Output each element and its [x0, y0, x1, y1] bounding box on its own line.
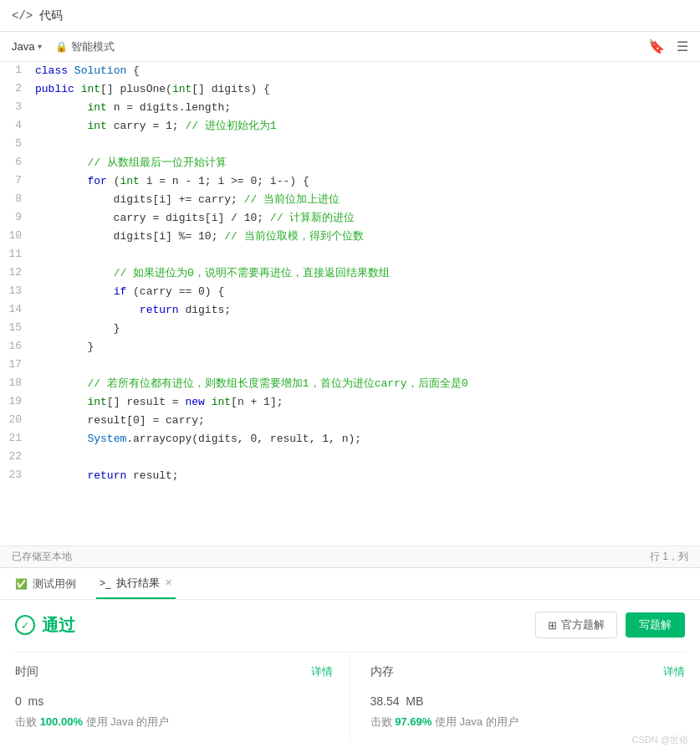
code-line: return result; [30, 467, 700, 485]
line-number: 5 [0, 136, 30, 154]
mem-beat-label: 击败 [370, 715, 396, 728]
toolbar-right: 🔖 ☰ [648, 38, 688, 54]
code-editor[interactable]: 1 class Solution { 2 public int[] plusOn… [0, 62, 700, 546]
code-line: // 如果进位为0，说明不需要再进位，直接返回结果数组 [30, 264, 700, 283]
code-line: digits[i] %= 10; // 当前位取模，得到个位数 [30, 228, 700, 246]
table-row: 9 carry = digits[i] / 10; // 计算新的进位 [0, 209, 700, 228]
mem-value: 38.54 MB [370, 684, 686, 711]
time-stat-header: 时间 详情 [15, 664, 333, 679]
time-pct: 100.00% [40, 715, 83, 728]
line-number: 23 [0, 467, 30, 485]
code-line: } [30, 338, 700, 356]
status-left: 已存储至本地 [12, 550, 72, 564]
code-line [30, 356, 700, 375]
code-line: class Solution { [30, 62, 700, 80]
table-row: 11 [0, 246, 700, 264]
write-solution-button[interactable]: 写题解 [626, 612, 685, 638]
table-row: 8 digits[i] += carry; // 当前位加上进位 [0, 191, 700, 209]
line-number: 11 [0, 246, 30, 264]
table-row: 17 [0, 356, 700, 375]
mem-detail[interactable]: 详情 [663, 664, 685, 679]
language-label: Java [12, 40, 34, 53]
table-row: 18 // 若所有位都有进位，则数组长度需要增加1，首位为进位carry，后面全… [0, 375, 700, 393]
code-line: int n = digits.length; [30, 99, 700, 117]
code-line: carry = digits[i] / 10; // 计算新的进位 [30, 209, 700, 228]
stats-grid: 时间 详情 0 ms 击败 100.00% 使用 Java 的用户 内存 详情 … [15, 652, 685, 741]
table-row: 16 } [0, 338, 700, 356]
smart-mode-label: 智能模式 [71, 39, 115, 54]
language-selector[interactable]: Java ▾ [12, 40, 42, 53]
code-line: digits[i] += carry; // 当前位加上进位 [30, 191, 700, 209]
pass-badge: ✓ 通过 [15, 614, 75, 637]
line-number: 15 [0, 320, 30, 338]
chevron-down-icon: ▾ [38, 42, 42, 51]
line-number: 16 [0, 338, 30, 356]
code-line: int[] result = new int[n + 1]; [30, 393, 700, 412]
mem-beat-suffix: 使用 Java 的用户 [432, 715, 518, 728]
pass-text: 通过 [42, 614, 75, 637]
menu-button[interactable]: ☰ [677, 38, 688, 54]
bottom-panel: ✅ 测试用例 >_ 执行结果 ✕ ✓ 通过 ⊞ 官方题解 写题解 [0, 567, 700, 753]
header-title: 代码 [39, 8, 63, 23]
code-line: result[0] = carry; [30, 412, 700, 430]
line-number: 20 [0, 412, 30, 430]
code-line: for (int i = n - 1; i >= 0; i--) { [30, 172, 700, 191]
panel-tabs: ✅ 测试用例 >_ 执行结果 ✕ [0, 568, 700, 600]
tab-close-icon[interactable]: ✕ [165, 577, 172, 588]
line-number: 13 [0, 283, 30, 301]
table-row: 3 int n = digits.length; [0, 99, 700, 117]
line-number: 2 [0, 80, 30, 99]
official-icon: ⊞ [548, 619, 557, 632]
official-solution-button[interactable]: ⊞ 官方题解 [535, 612, 617, 638]
line-number: 21 [0, 430, 30, 448]
table-row: 1 class Solution { [0, 62, 700, 80]
code-line [30, 448, 700, 467]
code-line: int carry = 1; // 进位初始化为1 [30, 117, 700, 136]
header: </> 代码 [0, 0, 700, 32]
table-row: 19 int[] result = new int[n + 1]; [0, 393, 700, 412]
mem-beat: 击败 97.69% 使用 Java 的用户 [370, 715, 686, 730]
line-number: 4 [0, 117, 30, 136]
result-actions: ⊞ 官方题解 写题解 [535, 612, 685, 638]
tab-test-label: 测试用例 [33, 576, 76, 592]
smart-mode: 🔒 智能模式 [55, 39, 115, 54]
table-row: 23 return result; [0, 467, 700, 485]
toolbar: Java ▾ 🔒 智能模式 🔖 ☰ [0, 32, 700, 62]
tab-test-case[interactable]: ✅ 测试用例 [12, 568, 79, 599]
code-line [30, 246, 700, 264]
line-number: 1 [0, 62, 30, 80]
lock-icon: 🔒 [55, 41, 68, 53]
mem-stat-header: 内存 详情 [370, 664, 686, 679]
time-detail[interactable]: 详情 [311, 664, 333, 679]
line-number: 8 [0, 191, 30, 209]
memory-stat: 内存 详情 38.54 MB 击败 97.69% 使用 Java 的用户 [350, 653, 686, 741]
mem-pct: 97.69% [395, 715, 432, 728]
result-area: ✓ 通过 ⊞ 官方题解 写题解 时间 详情 0 ms [0, 600, 700, 753]
code-icon: </> [12, 9, 33, 23]
code-table: 1 class Solution { 2 public int[] plusOn… [0, 62, 700, 485]
time-value: 0 ms [15, 684, 333, 711]
line-number: 14 [0, 301, 30, 320]
code-line: // 从数组最后一位开始计算 [30, 154, 700, 172]
code-line: // 若所有位都有进位，则数组长度需要增加1，首位为进位carry，后面全是0 [30, 375, 700, 393]
tab-result-label: 执行结果 [116, 576, 160, 591]
line-number: 12 [0, 264, 30, 283]
line-number: 6 [0, 154, 30, 172]
line-number: 9 [0, 209, 30, 228]
time-stat: 时间 详情 0 ms 击败 100.00% 使用 Java 的用户 [15, 653, 350, 741]
watermark: CSDN @世俗 [632, 734, 688, 746]
table-row: 6 // 从数组最后一位开始计算 [0, 154, 700, 172]
time-beat-suffix: 使用 Java 的用户 [83, 715, 169, 728]
line-number: 17 [0, 356, 30, 375]
pass-icon: ✓ [15, 615, 35, 635]
table-row: 20 result[0] = carry; [0, 412, 700, 430]
status-bar: 已存储至本地 行 1，列 [0, 546, 700, 567]
table-row: 2 public int[] plusOne(int[] digits) { [0, 80, 700, 99]
table-row: 5 [0, 136, 700, 154]
official-label: 官方题解 [561, 617, 605, 633]
code-line: if (carry == 0) { [30, 283, 700, 301]
tab-result[interactable]: >_ 执行结果 ✕ [96, 568, 176, 599]
check-icon: ✅ [15, 578, 28, 590]
line-number: 3 [0, 99, 30, 117]
bookmark-button[interactable]: 🔖 [648, 38, 665, 54]
